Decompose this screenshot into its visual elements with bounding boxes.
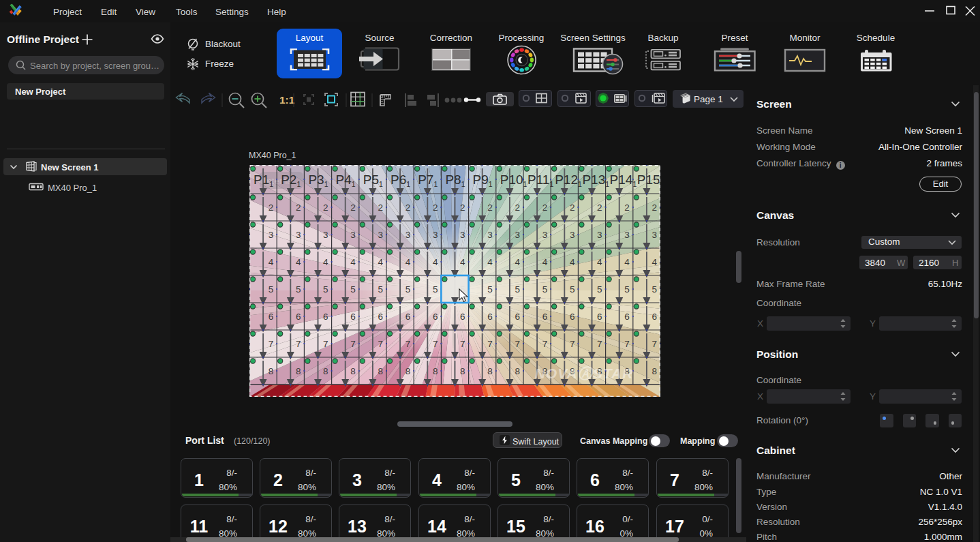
svg-text:2: 2 <box>268 202 273 213</box>
svg-text:5: 5 <box>405 284 410 295</box>
svg-text:7: 7 <box>652 339 657 349</box>
svg-text:7: 7 <box>569 339 575 349</box>
svg-text:4: 4 <box>597 257 602 267</box>
svg-text:4: 4 <box>624 257 630 267</box>
svg-text:4: 4 <box>378 257 383 267</box>
svg-text:8: 8 <box>268 366 273 376</box>
svg-text:6: 6 <box>515 312 520 322</box>
svg-text:3: 3 <box>295 230 301 240</box>
svg-text:5: 5 <box>268 284 273 295</box>
svg-text:4: 4 <box>323 257 328 267</box>
svg-text:4: 4 <box>460 257 465 267</box>
svg-text:3: 3 <box>487 230 493 240</box>
svg-text:6: 6 <box>432 312 438 322</box>
svg-text:5: 5 <box>350 284 356 295</box>
svg-text:7: 7 <box>350 339 356 349</box>
svg-text:3: 3 <box>542 230 547 240</box>
svg-text:4: 4 <box>432 257 438 267</box>
svg-text:1:1: 1:1 <box>279 94 295 106</box>
svg-text:3: 3 <box>652 230 657 240</box>
svg-text:2: 2 <box>652 202 657 213</box>
svg-text:6: 6 <box>569 312 575 322</box>
svg-text:4: 4 <box>542 257 547 267</box>
svg-text:3: 3 <box>569 230 575 240</box>
svg-text:3: 3 <box>268 230 273 240</box>
svg-text:NOVAⒶSTAR: NOVAⒶSTAR <box>534 365 633 381</box>
svg-text:8: 8 <box>378 366 383 376</box>
svg-text:8: 8 <box>515 366 520 376</box>
svg-text:6: 6 <box>378 312 383 322</box>
svg-text:5: 5 <box>569 284 575 295</box>
svg-text:8: 8 <box>652 366 657 376</box>
svg-text:6: 6 <box>350 312 356 322</box>
svg-text:2: 2 <box>487 202 493 213</box>
svg-text:2: 2 <box>597 202 602 213</box>
svg-text:5: 5 <box>542 284 547 295</box>
svg-text:2: 2 <box>405 202 410 213</box>
svg-text:8: 8 <box>460 366 465 376</box>
svg-text:7: 7 <box>405 339 410 349</box>
svg-text:2: 2 <box>542 202 547 213</box>
svg-text:5: 5 <box>432 284 438 295</box>
svg-text:3: 3 <box>378 230 383 240</box>
svg-text:6: 6 <box>460 312 465 322</box>
svg-text:5: 5 <box>624 284 630 295</box>
svg-text:7: 7 <box>378 339 383 349</box>
svg-text:7: 7 <box>542 339 547 349</box>
svg-text:7: 7 <box>487 339 493 349</box>
svg-text:8: 8 <box>487 366 493 376</box>
svg-text:4: 4 <box>295 257 301 267</box>
svg-text:3: 3 <box>323 230 328 240</box>
svg-text:7: 7 <box>624 339 630 349</box>
svg-text:4: 4 <box>350 257 356 267</box>
svg-text:5: 5 <box>323 284 328 295</box>
svg-text:P151: P151 <box>637 172 660 188</box>
svg-text:6: 6 <box>323 312 328 322</box>
svg-text:2: 2 <box>569 202 575 213</box>
svg-text:7: 7 <box>295 339 301 349</box>
svg-text:2: 2 <box>624 202 630 213</box>
svg-text:2: 2 <box>350 202 356 213</box>
svg-text:4: 4 <box>652 257 657 267</box>
svg-text:3: 3 <box>515 230 520 240</box>
svg-text:6: 6 <box>268 312 273 322</box>
svg-text:2: 2 <box>515 202 520 213</box>
svg-text:3: 3 <box>460 230 465 240</box>
svg-text:4: 4 <box>569 257 575 267</box>
svg-text:8: 8 <box>405 366 410 376</box>
svg-text:6: 6 <box>487 312 493 322</box>
svg-text:7: 7 <box>268 339 273 349</box>
svg-text:6: 6 <box>405 312 410 322</box>
svg-text:2: 2 <box>432 202 438 213</box>
svg-text:2: 2 <box>323 202 328 213</box>
svg-text:3: 3 <box>597 230 602 240</box>
svg-text:7: 7 <box>460 339 465 349</box>
svg-text:5: 5 <box>295 284 301 295</box>
svg-text:3: 3 <box>350 230 356 240</box>
svg-text:7: 7 <box>515 339 520 349</box>
svg-text:5: 5 <box>652 284 657 295</box>
svg-text:7: 7 <box>432 339 438 349</box>
svg-text:8: 8 <box>432 366 438 376</box>
svg-text:6: 6 <box>295 312 301 322</box>
svg-text:6: 6 <box>652 312 657 322</box>
svg-text:4: 4 <box>487 257 493 267</box>
svg-text:5: 5 <box>487 284 493 295</box>
svg-text:5: 5 <box>597 284 602 295</box>
svg-text:6: 6 <box>597 312 602 322</box>
svg-text:3: 3 <box>405 230 410 240</box>
svg-text:5: 5 <box>515 284 520 295</box>
svg-text:3: 3 <box>624 230 630 240</box>
svg-text:2: 2 <box>460 202 465 213</box>
svg-text:6: 6 <box>542 312 547 322</box>
svg-text:8: 8 <box>323 366 328 376</box>
svg-text:5: 5 <box>378 284 383 295</box>
svg-text:6: 6 <box>624 312 630 322</box>
svg-text:2: 2 <box>378 202 383 213</box>
svg-text:4: 4 <box>515 257 520 267</box>
svg-text:8: 8 <box>350 366 356 376</box>
svg-text:3: 3 <box>432 230 438 240</box>
svg-text:2: 2 <box>295 202 301 213</box>
svg-text:7: 7 <box>323 339 328 349</box>
svg-text:8: 8 <box>295 366 301 376</box>
